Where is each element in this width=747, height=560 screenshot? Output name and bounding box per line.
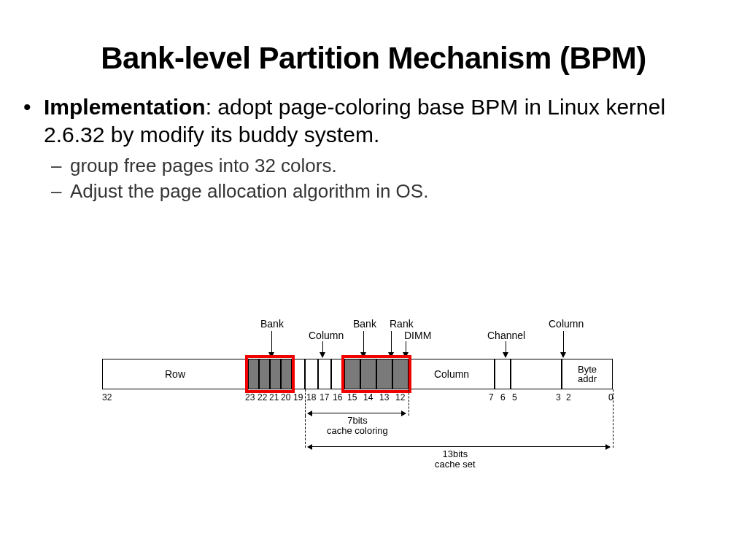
arrow-down-icon — [560, 352, 566, 358]
span-7bits — [308, 413, 406, 413]
dashed-line — [409, 389, 409, 416]
bit-num: 2 — [566, 392, 571, 402]
label-dimm: DIMM — [404, 330, 431, 341]
bit-num: 15 — [347, 392, 357, 402]
bit-num: 21 — [269, 392, 279, 402]
seg-column2 — [511, 359, 562, 389]
arrow-down-icon — [403, 352, 409, 358]
dashed-line — [305, 389, 306, 416]
bit-num: 3 — [556, 392, 561, 402]
seg-byte-addr: Byteaddr — [562, 359, 613, 389]
bullet-implementation: Implementation: adopt page-coloring base… — [44, 93, 716, 203]
bit-num: 22 — [258, 392, 267, 402]
label-channel: Channel — [487, 330, 525, 341]
bit-bar: Row Column Byteaddr — [102, 359, 642, 389]
bit-num: 19 — [293, 392, 303, 402]
label-bank-2: Bank — [353, 318, 376, 330]
seg-bit-13 — [376, 359, 392, 389]
bit-num: 7 — [489, 392, 494, 402]
dashed-line — [613, 389, 614, 448]
seg-bit-6 — [495, 359, 511, 389]
seg-bit-14 — [360, 359, 376, 389]
bullet-bold: Implementation — [44, 95, 206, 119]
bit-num: 32 — [102, 392, 112, 402]
diagram-top-labels: Bank Column Bank Rank DIMM Channel Colum… — [102, 314, 642, 350]
arrow-line — [563, 331, 564, 354]
carch-logo: CARCH — [659, 556, 731, 560]
seg-bit-20 — [281, 359, 292, 389]
arrow-down-icon — [388, 352, 394, 358]
seg-bit-19 — [292, 359, 305, 389]
seg-bit-21 — [270, 359, 281, 389]
address-bit-diagram: Bank Column Bank Rank DIMM Channel Colum… — [102, 314, 642, 503]
label-bank-1: Bank — [260, 318, 284, 330]
seg-column: Column — [409, 359, 495, 389]
arrow-line — [363, 331, 364, 354]
bit-num: 5 — [512, 392, 517, 402]
arrow-line — [391, 331, 392, 354]
seg-row: Row — [102, 359, 248, 389]
label-rank: Rank — [390, 318, 414, 330]
seg-bit-23 — [248, 359, 259, 389]
bit-num: 20 — [281, 392, 290, 402]
arrow-down-icon — [320, 352, 325, 358]
arrow-line — [271, 331, 272, 354]
seg-bit-16 — [331, 359, 344, 389]
bit-num: 12 — [395, 392, 405, 402]
bit-num: 13 — [379, 392, 389, 402]
bit-num: 18 — [306, 392, 316, 402]
sub-bullet-2: Adjust the page allocation algorithm in … — [70, 179, 716, 203]
seg-bit-18 — [305, 359, 318, 389]
bit-num: 16 — [333, 392, 342, 402]
seg-bit-17 — [318, 359, 331, 389]
span-13bits — [308, 446, 610, 447]
seg-bit-15 — [344, 359, 360, 389]
annot-13bits: 13bitscache set — [435, 449, 476, 469]
bit-num: 17 — [320, 392, 329, 402]
slide-body: Implementation: adopt page-coloring base… — [44, 93, 716, 203]
arrow-down-icon — [503, 352, 508, 358]
slide-title: Bank-level Partition Mechanism (BPM) — [0, 41, 747, 76]
bit-num: 14 — [363, 392, 373, 402]
seg-bit-22 — [259, 359, 270, 389]
seg-bit-12 — [392, 359, 409, 389]
label-column-1: Column — [309, 330, 344, 341]
annot-7bits: 7bitscache coloring — [327, 416, 388, 435]
arrow-down-icon — [268, 352, 274, 358]
arrow-down-icon — [360, 352, 366, 358]
sub-bullet-1: group free pages into 32 colors. — [70, 154, 716, 178]
label-column-2: Column — [549, 318, 584, 330]
dashed-line — [305, 416, 306, 448]
bit-numbers: 32 23 22 21 20 19 18 17 16 15 14 13 12 7… — [102, 392, 642, 405]
bit-num: 23 — [245, 392, 255, 402]
bit-num: 6 — [500, 392, 506, 402]
